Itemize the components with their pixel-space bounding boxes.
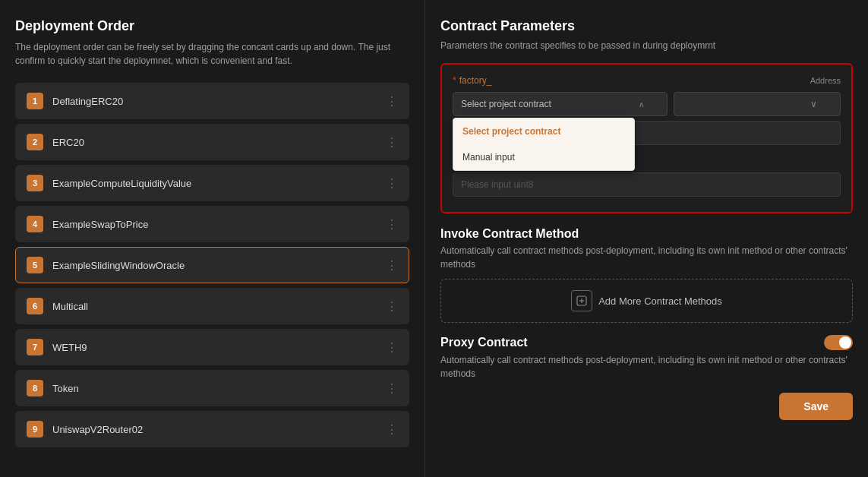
factory-select-wrapper: Select project contract ∧ Select project…: [453, 92, 668, 116]
contract-num-badge: 6: [27, 298, 43, 314]
contract-name: ERC20: [52, 137, 386, 148]
contract-dots-menu[interactable]: ⋮: [386, 381, 398, 396]
contract-num-badge: 3: [27, 175, 43, 191]
contract-name: DeflatingERC20: [52, 96, 386, 107]
add-methods-label: Add More Contract Methods: [598, 295, 722, 307]
contract-name: ExampleSlidingWindowOracle: [52, 260, 386, 271]
proxy-section: Proxy Contract Automatically call contra…: [440, 335, 853, 381]
contract-dots-menu[interactable]: ⋮: [386, 217, 398, 232]
contract-num-badge: 8: [27, 380, 43, 396]
contract-num-badge: 1: [27, 93, 43, 109]
contract-dots-menu[interactable]: ⋮: [386, 299, 398, 314]
contract-item[interactable]: 1 DeflatingERC20 ⋮: [15, 83, 409, 119]
contract-num-badge: 2: [27, 134, 43, 150]
contract-params-title: Contract Parameters: [440, 18, 853, 34]
contract-name: ExampleComputeLiquidityValue: [52, 178, 386, 189]
contract-name: Multicall: [52, 301, 386, 312]
deployment-order-title: Deployment Order: [15, 18, 409, 34]
contract-list: 1 DeflatingERC20 ⋮ 2 ERC20 ⋮ 3 ExampleCo…: [15, 83, 409, 447]
contract-params-box: * factory_ Address Select project contra…: [440, 63, 853, 213]
contract-name: Token: [52, 383, 386, 394]
addr-select[interactable]: ∨: [674, 92, 841, 116]
contract-dots-menu[interactable]: ⋮: [386, 340, 398, 355]
contract-name: UniswapV2Router02: [52, 424, 386, 435]
contract-dots-menu[interactable]: ⋮: [386, 422, 398, 437]
contract-dots-menu[interactable]: ⋮: [386, 135, 398, 150]
proxy-title: Proxy Contract: [440, 336, 528, 349]
add-methods-button[interactable]: Add More Contract Methods: [440, 279, 853, 323]
contract-num-badge: 9: [27, 421, 43, 438]
factory-select-chevron: ∧: [639, 100, 644, 109]
save-button[interactable]: Save: [779, 393, 853, 420]
dropdown-item[interactable]: Select project contract: [453, 118, 634, 144]
contract-item[interactable]: 6 Multicall ⋮: [15, 288, 409, 324]
contract-name: ExampleSwapToPrice: [52, 219, 386, 230]
proxy-toggle[interactable]: [824, 335, 853, 350]
contract-item[interactable]: 2 ERC20 ⋮: [15, 124, 409, 160]
factory-addr-type: Address: [810, 76, 841, 85]
deployment-order-subtitle: The deployment order can be freely set b…: [15, 40, 409, 68]
proxy-header: Proxy Contract: [440, 335, 853, 350]
factory-required: *: [453, 75, 456, 86]
contract-num-badge: 4: [27, 216, 43, 232]
invoke-title: Invoke Contract Method: [440, 227, 853, 241]
contract-item[interactable]: 8 Token ⋮: [15, 370, 409, 406]
left-panel: Deployment Order The deployment order ca…: [0, 0, 425, 477]
contract-num-badge: 7: [27, 339, 43, 355]
factory-dropdown: Select project contractManual input: [453, 118, 635, 171]
granularity-input-row: [453, 172, 841, 197]
contract-item[interactable]: 7 WETH9 ⋮: [15, 329, 409, 365]
contract-dots-menu[interactable]: ⋮: [386, 176, 398, 191]
right-panel: Contract Parameters Parameters the contr…: [425, 0, 868, 477]
addr-chevron: ∨: [810, 99, 817, 109]
dropdown-item[interactable]: Manual input: [453, 144, 634, 170]
contract-name: WETH9: [52, 342, 386, 353]
contract-dots-menu[interactable]: ⋮: [386, 258, 398, 273]
contract-item[interactable]: 3 ExampleComputeLiquidityValue ⋮: [15, 165, 409, 201]
factory-label-text: factory_: [459, 75, 492, 86]
contract-num-badge: 5: [27, 257, 43, 273]
invoke-section: Invoke Contract Method Automatically cal…: [440, 227, 853, 323]
factory-param-label: * factory_ Address: [453, 75, 841, 86]
contract-item[interactable]: 5 ExampleSlidingWindowOracle ⋮: [15, 247, 409, 283]
factory-select-text: Select project contract: [461, 99, 551, 109]
contract-item[interactable]: 9 UniswapV2Router02 ⋮: [15, 411, 409, 447]
invoke-desc: Automatically call contract methods post…: [440, 244, 853, 271]
add-methods-icon: [571, 290, 592, 311]
contract-params-subtitle: Parameters the contract specifies to be …: [440, 39, 853, 52]
contract-item[interactable]: 4 ExampleSwapToPrice ⋮: [15, 206, 409, 242]
proxy-desc: Automatically call contract methods post…: [440, 353, 853, 381]
granularity-input[interactable]: [453, 172, 841, 197]
factory-select-box[interactable]: Select project contract ∧: [453, 92, 668, 116]
contract-dots-menu[interactable]: ⋮: [386, 94, 398, 109]
factory-param-row: Select project contract ∧ Select project…: [453, 92, 841, 116]
save-row: Save: [440, 393, 853, 420]
